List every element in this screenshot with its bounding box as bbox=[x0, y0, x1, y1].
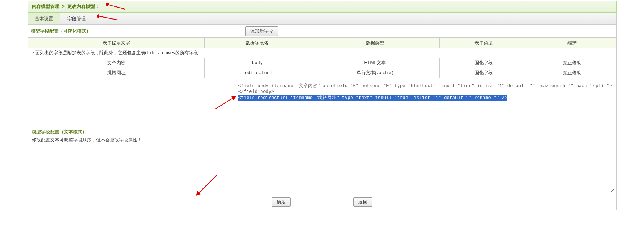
breadcrumb-sep: > bbox=[62, 4, 65, 9]
tab-fields[interactable]: 字段管理 bbox=[60, 13, 93, 24]
ok-button[interactable]: 确定 bbox=[272, 197, 291, 207]
breadcrumb: 内容模型管理 > 更改内容模型： bbox=[28, 1, 617, 13]
th-field: 数据字段名 bbox=[204, 38, 310, 48]
annotation-arrow bbox=[97, 13, 120, 22]
th-maint: 维护 bbox=[528, 38, 616, 48]
table-row: 跳转网址 redirecturl 单行文本(varchar) 固化字段 禁止修改 bbox=[28, 68, 616, 78]
footer: 确定 返回 bbox=[28, 194, 617, 210]
section-title-textmode: 模型字段配置（文本模式） bbox=[32, 129, 230, 135]
cell-ftype: 固化字段 bbox=[440, 68, 528, 78]
svg-line-0 bbox=[108, 5, 125, 9]
field-config-textarea[interactable]: <field:body itemname="文章内容" autofield="0… bbox=[236, 80, 615, 192]
th-dtype: 数据类型 bbox=[310, 38, 440, 48]
th-prompt: 表单提示文字 bbox=[28, 38, 204, 48]
fields-table: 表单提示文字 数据字段名 数据类型 表单类型 维护 下面列出的字段是附加表的字段… bbox=[28, 38, 616, 78]
add-field-button[interactable]: 添加新字段 bbox=[245, 26, 278, 36]
tab-basic[interactable]: 基本设置 bbox=[28, 13, 60, 24]
breadcrumb-root[interactable]: 内容模型管理 bbox=[32, 4, 59, 9]
table-note: 下面列出的字段是附加表的字段，除此外，它还包含主表dede_archives的所… bbox=[28, 48, 616, 58]
table-note-row: 下面列出的字段是附加表的字段，除此外，它还包含主表dede_archives的所… bbox=[28, 48, 616, 58]
cell-maint: 禁止修改 bbox=[528, 68, 616, 78]
cell-ftype: 固化字段 bbox=[440, 58, 528, 68]
cell-field: redirecturl bbox=[204, 68, 310, 78]
code-line-selected: <field:redirecturl itemname="跳转网址" type=… bbox=[238, 95, 507, 101]
section-title-visual: 模型字段配置（可视化模式） bbox=[28, 26, 242, 37]
textmode-row: 模型字段配置（文本模式） 修改配置文本可调整字段顺序，但不会更改字段属性！ <f… bbox=[28, 78, 617, 194]
table-row: 文章内容 body HTML文本 固化字段 禁止修改 bbox=[28, 58, 616, 68]
table-header-row: 表单提示文字 数据字段名 数据类型 表单类型 维护 bbox=[28, 38, 616, 48]
textmode-hint: 修改配置文本可调整字段顺序，但不会更改字段属性！ bbox=[32, 137, 230, 143]
back-button[interactable]: 返回 bbox=[353, 197, 372, 207]
cell-prompt: 文章内容 bbox=[28, 58, 204, 68]
breadcrumb-current: 更改内容模型： bbox=[67, 4, 99, 9]
code-line: <field:body itemname="文章内容" autofield="0… bbox=[238, 83, 612, 89]
cell-prompt: 跳转网址 bbox=[28, 68, 204, 78]
th-ftype: 表单类型 bbox=[440, 38, 528, 48]
cell-dtype: 单行文本(varchar) bbox=[310, 68, 440, 78]
code-line: <field:redirecturl itemname="跳转网址" type=… bbox=[238, 94, 612, 101]
svg-line-1 bbox=[98, 16, 118, 20]
code-line: </field:body> bbox=[238, 89, 612, 94]
cell-field: body bbox=[204, 58, 310, 68]
annotation-arrow bbox=[106, 3, 126, 11]
cell-dtype: HTML文本 bbox=[310, 58, 440, 68]
tab-row: 基本设置 字段管理 bbox=[28, 13, 617, 25]
cell-maint: 禁止修改 bbox=[528, 58, 616, 68]
